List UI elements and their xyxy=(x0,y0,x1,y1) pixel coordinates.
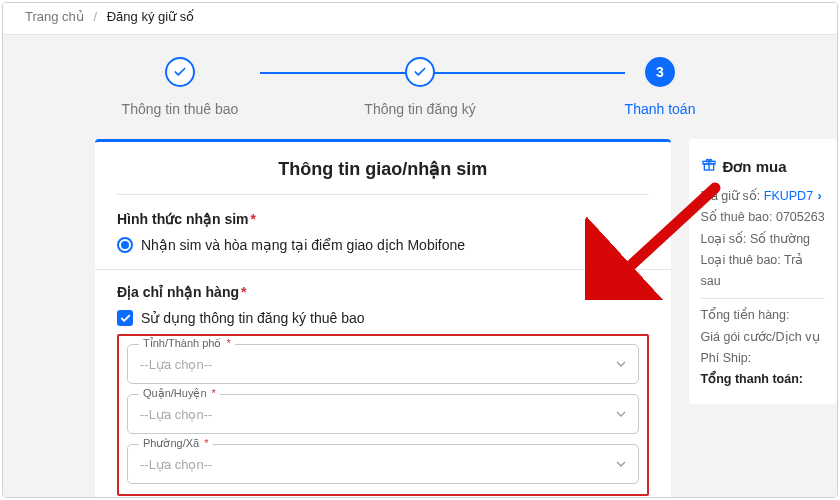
delivery-card: Thông tin giao/nhận sim Hình thức nhận s… xyxy=(95,139,671,498)
order-summary: Đơn mua Mã giữ số: FKUPD7 › Số thuê bao:… xyxy=(689,139,837,404)
receive-option-label: Nhận sim và hòa mạng tại điểm giao dịch … xyxy=(141,237,465,253)
address-fields-highlight: Tỉnh/Thành phố * --Lựa chọn-- Quận/Huyện… xyxy=(117,334,649,496)
breadcrumb-separator: / xyxy=(93,9,97,24)
ward-select[interactable]: --Lựa chọn-- xyxy=(127,444,639,484)
package-price-row: Giá gói cước/Dịch vụ xyxy=(701,327,825,348)
hold-code-row: Mã giữ số: FKUPD7 › xyxy=(701,186,825,207)
district-label: Quận/Huyện * xyxy=(139,387,220,400)
step-connector xyxy=(420,72,625,74)
step-label: Thông tin thuê bao xyxy=(122,101,239,117)
checkbox-checked-icon xyxy=(117,310,133,326)
step-label: Thông tin đăng ký xyxy=(364,101,475,117)
total-goods-row: Tổng tiền hàng: xyxy=(701,305,825,326)
card-title: Thông tin giao/nhận sim xyxy=(117,158,649,194)
step-number-icon: 3 xyxy=(645,57,675,87)
step-payment[interactable]: 3 Thanh toán xyxy=(580,57,740,117)
breadcrumb-current: Đăng ký giữ số xyxy=(107,9,195,24)
select-placeholder: --Lựa chọn-- xyxy=(140,407,212,422)
province-label: Tỉnh/Thành phố * xyxy=(139,337,235,350)
check-icon xyxy=(405,57,435,87)
sub-type-row: Loại thuê bao: Trả sau xyxy=(701,250,825,293)
subscriber-row: Số thuê bao: 0705263 xyxy=(701,207,825,228)
ship-fee-row: Phí Ship: xyxy=(701,348,825,369)
use-registered-checkbox[interactable]: Sử dụng thông tin đăng ký thuê bao xyxy=(117,310,649,326)
breadcrumb-home[interactable]: Trang chủ xyxy=(25,9,84,24)
grand-total-row: Tổng thanh toán: xyxy=(701,369,825,390)
select-placeholder: --Lựa chọn-- xyxy=(140,357,212,372)
select-placeholder: --Lựa chọn-- xyxy=(140,457,212,472)
chevron-down-icon xyxy=(616,359,626,369)
district-select[interactable]: --Lựa chọn-- xyxy=(127,394,639,434)
hold-code-link[interactable]: FKUPD7 › xyxy=(764,189,822,203)
breadcrumb: Trang chủ / Đăng ký giữ số xyxy=(3,3,837,34)
stepper: Thông tin thuê bao Thông tin đăng ký 3 T… xyxy=(3,57,837,117)
chevron-down-icon xyxy=(616,459,626,469)
step-label: Thanh toán xyxy=(625,101,696,117)
receive-method-label: Hình thức nhận sim* xyxy=(117,211,649,227)
address-label: Địa chỉ nhận hàng* xyxy=(117,284,649,300)
province-select[interactable]: --Lựa chọn-- xyxy=(127,344,639,384)
step-subscriber-info[interactable]: Thông tin thuê bao xyxy=(100,57,260,117)
number-type-row: Loại số: Số thường xyxy=(701,229,825,250)
order-title: Đơn mua xyxy=(701,153,825,180)
receive-option-radio[interactable]: Nhận sim và hòa mạng tại điểm giao dịch … xyxy=(117,237,649,253)
chevron-down-icon xyxy=(616,409,626,419)
check-icon xyxy=(165,57,195,87)
step-registration-info[interactable]: Thông tin đăng ký xyxy=(340,57,500,117)
gift-icon xyxy=(701,153,717,180)
ward-label: Phường/Xã * xyxy=(139,437,213,450)
radio-selected-icon xyxy=(117,237,133,253)
use-registered-label: Sử dụng thông tin đăng ký thuê bao xyxy=(141,310,365,326)
